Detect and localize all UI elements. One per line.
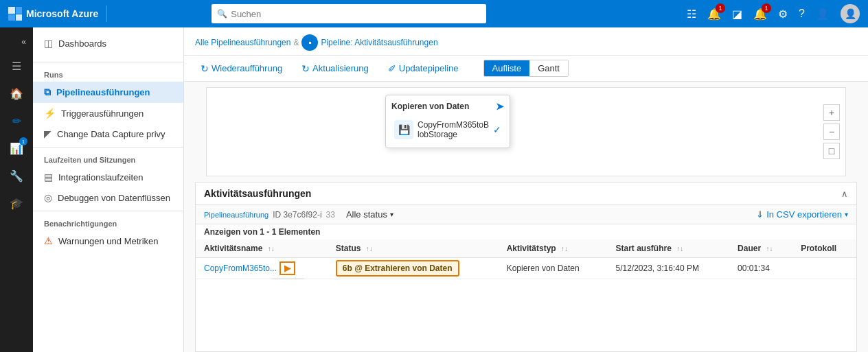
pipeline-activity-popup: Kopieren von Daten ➤ 💾 CopyFromM365toBlo… — [385, 95, 510, 148]
filter-bar: Pipelineausführung ID 3e7c6f92-i 33 Alle… — [196, 205, 856, 224]
activity-check-icon: ✓ — [493, 124, 501, 135]
col-duration: Dauer ↑↓ — [729, 239, 792, 258]
warning-icon: ⚠ — [44, 235, 53, 246]
section-collapse-icon[interactable]: ∧ — [841, 189, 848, 199]
breadcrumb-part2[interactable]: Pipeline: Aktivitätsausführungen — [321, 38, 437, 47]
sort-icon-type[interactable]: ↑↓ — [561, 245, 568, 253]
notification-badge: 1 — [716, 3, 725, 13]
pipeline-runs-icon: ⧉ — [44, 86, 51, 98]
canvas-controls: + − □ — [823, 104, 840, 159]
aktualisierung-icon: ↻ — [301, 63, 310, 74]
sort-icon-start[interactable]: ↑↓ — [676, 245, 683, 253]
azure-logo-icon — [8, 7, 22, 21]
pipeline-activity-item[interactable]: 💾 CopyFromM365toBlobStorage ✓ — [391, 117, 504, 142]
fit-view-button[interactable]: □ — [823, 143, 840, 159]
help-icon[interactable]: ? — [799, 8, 805, 20]
aktualisierung-label: Aktualisierung — [312, 63, 369, 73]
wiederauffuehrung-button[interactable]: ↻ Wiederaufführung — [195, 60, 288, 77]
app-logo[interactable]: Microsoft Azure — [8, 7, 98, 21]
sidebar-item-cdc[interactable]: ◤ Change Data Capture privy — [33, 124, 183, 144]
topbar: Microsoft Azure 🔍 ☷ 🔔 1 ◪ 🔔 1 ⚙ ? 👤 👤 — [0, 0, 868, 27]
sidebar-item-trigger-runs[interactable]: ⚡ Triggerausführungen — [33, 103, 183, 124]
search-input[interactable] — [212, 4, 486, 23]
breadcrumb-part1[interactable]: Alle Pipelineausführungen — [195, 38, 290, 47]
popup-expand-icon[interactable]: ➤ — [496, 101, 504, 112]
alerts-icon[interactable]: 🔔 1 — [753, 8, 767, 21]
filter-status-dropdown[interactable]: Alle status ▾ — [346, 209, 393, 220]
activity-section-header: Aktivitätsausführungen ∧ — [196, 183, 856, 205]
cell-start-time: 5/12/2023, 3:16:40 PM — [607, 258, 729, 279]
sidebar-item-warnings[interactable]: ⚠ Warnungen und Metriken — [33, 231, 183, 251]
zoom-out-button[interactable]: − — [823, 124, 840, 140]
details-tooltip-container: ▶ Details — [279, 263, 295, 273]
cell-activity-type: Kopieren von Daten — [499, 258, 608, 279]
sidebar-icon-edit[interactable]: ✏ — [4, 108, 29, 133]
wiederauffuehrung-label: Wiederaufführung — [212, 63, 282, 73]
pipeline-run-link[interactable]: Pipelineausführung — [204, 211, 269, 219]
activity-section: Aktivitätsausführungen ∧ Pipelineausführ… — [195, 182, 857, 352]
run-id-suffix: 33 — [326, 210, 335, 220]
notifications-icon[interactable]: 🔔 1 — [707, 8, 721, 21]
sort-icon-status[interactable]: ↑↓ — [366, 245, 373, 253]
portal-menu-icon[interactable]: ☷ — [687, 8, 696, 21]
sidebar-item-debug[interactable]: ◎ Debuggen von Datenflüssen — [33, 187, 183, 208]
pipeline-icon: ▪ — [301, 34, 318, 51]
nav-divider-3 — [33, 211, 183, 211]
sort-icon-duration[interactable]: ↑↓ — [766, 245, 773, 253]
trigger-runs-icon: ⚡ — [44, 108, 56, 119]
search-icon: 🔍 — [217, 9, 227, 19]
export-csv-button[interactable]: ⇓ In CSV exportieren ▾ — [756, 209, 848, 220]
sidebar-icon-learn[interactable]: 🎓 — [4, 191, 29, 215]
table-row: CopyFromM365to... ▶ Details — [196, 258, 856, 279]
content-header: Alle Pipelineausführungen & ▪ Pipeline: … — [184, 27, 868, 56]
cell-status: 6b @ Extrahieren von Daten — [328, 258, 499, 279]
search-bar[interactable]: 🔍 — [212, 4, 486, 23]
sidebar-item-dashboards[interactable]: ◫ Dashboards — [33, 33, 183, 54]
feedback-icon[interactable]: 👤 — [816, 8, 830, 21]
sidebar-collapse-button[interactable]: « — [17, 33, 30, 51]
content-area: Alle Pipelineausführungen & ▪ Pipeline: … — [184, 27, 868, 352]
sidebar-item-integration[interactable]: ▤ Integrationslaufzeiten — [33, 167, 183, 187]
popup-title-label: Kopieren von Daten — [391, 102, 469, 111]
col-start-time: Start ausführe ↑↓ — [607, 239, 729, 258]
col-protocol: Protokoll — [792, 239, 856, 258]
pipeline-run-info: Pipelineausführung ID 3e7c6f92-i 33 — [204, 210, 335, 220]
updatepipeline-icon: ✐ — [388, 63, 396, 74]
export-label: In CSV exportieren — [766, 209, 842, 220]
laufzeiten-section-label: Laufzeiten und Sitzungen — [33, 150, 183, 167]
activity-name-link[interactable]: CopyFromM365to... — [204, 263, 277, 273]
sidebar-icon-home[interactable]: 🏠 — [4, 81, 29, 106]
col-activity-type: Aktivitätstyp ↑↓ — [499, 239, 608, 258]
sidebar-item-label-warnings: Warnungen und Metriken — [58, 236, 159, 246]
icon-sidebar: « ☰ 🏠 ✏ 📊 1 🔧 🎓 — [0, 27, 33, 352]
cloud-shell-icon[interactable]: ◪ — [732, 8, 742, 21]
items-suffix: Elementen — [279, 227, 321, 237]
sidebar-icon-monitor[interactable]: 📊 1 — [4, 136, 29, 161]
pipeline-canvas: Kopieren von Daten ➤ 💾 CopyFromM365toBlo… — [206, 87, 846, 176]
cdc-icon: ◤ — [44, 128, 52, 139]
zoom-in-button[interactable]: + — [823, 104, 840, 121]
avatar[interactable]: 👤 — [841, 4, 860, 23]
topbar-divider — [106, 5, 107, 22]
sort-icon-name[interactable]: ↑↓ — [268, 245, 275, 253]
col-activity-name: Aktivitätsname ↑↓ — [196, 239, 328, 258]
sidebar-icon-manage[interactable]: 🔧 — [4, 163, 29, 188]
details-status-icon[interactable]: ▶ — [279, 261, 295, 275]
runs-section-label: Runs — [33, 65, 183, 82]
settings-icon[interactable]: ⚙ — [778, 8, 788, 21]
aktualisierung-button[interactable]: ↻ Aktualisierung — [296, 60, 374, 77]
notifications-section-label: Benachrichtigungen — [33, 214, 183, 231]
items-label: Anzeigen von — [204, 227, 258, 237]
breadcrumb-sep: & — [293, 38, 299, 47]
debug-icon: ◎ — [44, 192, 52, 203]
sidebar-item-pipeline-runs[interactable]: ⧉ Pipelineausführungen — [33, 82, 183, 103]
wiederauffuehrung-icon: ↻ — [201, 63, 209, 74]
status-highlight: 6b @ Extrahieren von Daten — [336, 260, 459, 277]
view-list-button[interactable]: Aufliste — [484, 60, 530, 76]
sidebar-icon-expand[interactable]: ☰ — [4, 54, 29, 78]
view-toggle: Aufliste Gantt — [483, 60, 569, 77]
filter-status-label: Alle status — [346, 209, 387, 220]
activity-table: Aktivitätsname ↑↓ Status ↑↓ Aktivitätsty… — [196, 239, 856, 279]
updatepipeline-button[interactable]: ✐ Updatepipeline — [382, 60, 464, 77]
view-gantt-button[interactable]: Gantt — [529, 60, 568, 76]
